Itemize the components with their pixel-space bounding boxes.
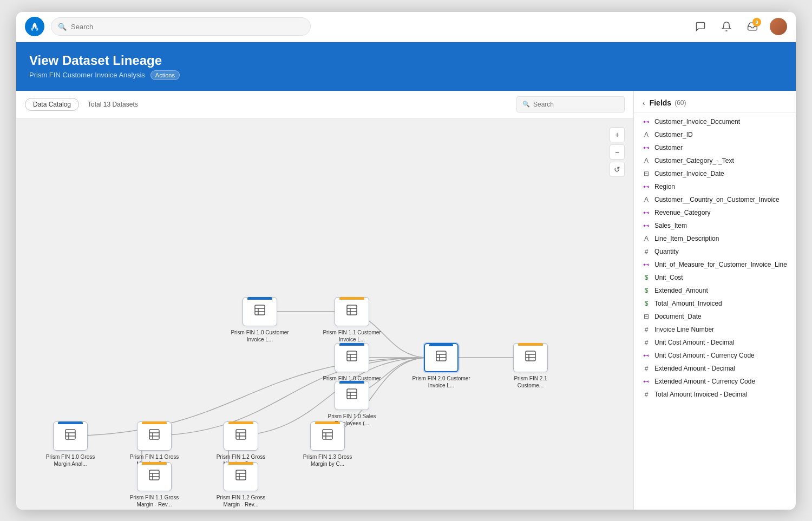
- canvas-search-bar[interactable]: 🔍: [516, 96, 625, 113]
- field-type-icon: ⊷: [643, 209, 650, 216]
- zoom-out-button[interactable]: −: [610, 144, 625, 160]
- zoom-reset-button[interactable]: ↺: [610, 162, 625, 177]
- page-header: View Dataset Lineage Prism FIN Customer …: [16, 42, 796, 91]
- node-label: Prism FIN 1.3 Gross Margin by C...: [298, 453, 357, 467]
- field-name: Customer: [654, 144, 683, 151]
- node-box[interactable]: [335, 297, 369, 326]
- node-dataset-icon: [345, 387, 358, 403]
- right-panel: ‹ Fields (60) ⊷ Customer_Invoice_Documen…: [633, 91, 796, 510]
- inbox-badge: 8: [752, 18, 761, 27]
- field-name: Document_Date: [654, 313, 702, 320]
- field-item[interactable]: ⊟ Document_Date: [634, 310, 796, 323]
- field-type-icon: A: [643, 196, 650, 203]
- dataset-node[interactable]: Prism FIN 1.1 Gross Margin - Rev...: [125, 462, 184, 508]
- field-item[interactable]: ⊷ Customer_Invoice_Document: [634, 115, 796, 128]
- field-type-icon: #: [643, 391, 650, 398]
- node-box[interactable]: [335, 381, 369, 410]
- field-item[interactable]: $ Total_Amount_Invoiced: [634, 297, 796, 310]
- field-item[interactable]: ⊷ Region: [634, 180, 796, 193]
- dataset-node[interactable]: Prism FIN 1.0 Sales Employees (...: [322, 381, 382, 427]
- field-item[interactable]: # Total Amount Invoiced - Decimal: [634, 388, 796, 401]
- chat-button[interactable]: [692, 18, 709, 35]
- global-search-bar[interactable]: 🔍: [51, 17, 311, 36]
- node-box[interactable]: [424, 343, 459, 372]
- canvas-body[interactable]: Prism FIN 1.0 Customer Invoice L... Pris…: [16, 118, 633, 510]
- field-item[interactable]: A Line_Item_Description: [634, 232, 796, 245]
- field-name: Invoice Line Number: [654, 326, 714, 333]
- notifications-button[interactable]: [718, 18, 735, 35]
- field-type-icon: $: [643, 300, 650, 307]
- field-item[interactable]: A Customer_ID: [634, 128, 796, 141]
- fields-title: Fields: [650, 98, 671, 107]
- node-dataset-icon: [345, 349, 358, 365]
- zoom-in-button[interactable]: +: [610, 127, 625, 142]
- field-item[interactable]: ⊷ Unit Cost Amount - Currency Code: [634, 349, 796, 362]
- data-catalog-button[interactable]: Data Catalog: [25, 98, 79, 111]
- field-item[interactable]: ⊷ Customer: [634, 141, 796, 154]
- field-type-icon: ⊷: [643, 222, 650, 229]
- field-type-icon: #: [643, 326, 650, 333]
- node-box[interactable]: [137, 421, 172, 451]
- node-bar: [58, 421, 83, 424]
- svg-rect-24: [66, 430, 75, 439]
- field-item[interactable]: ⊷ Extended Amount - Currency Code: [634, 375, 796, 388]
- field-item[interactable]: ⊟ Customer_Invoice_Date: [634, 167, 796, 180]
- field-item[interactable]: A Customer__Country_on_Customer_Invoice: [634, 193, 796, 206]
- dataset-node[interactable]: Prism FIN 1.0 Gross Margin Anal...: [41, 421, 100, 467]
- top-nav: 🔍 8: [16, 12, 796, 42]
- field-name: Customer_Category_-_Text: [654, 157, 734, 164]
- field-type-icon: ⊷: [643, 352, 650, 359]
- node-dataset-icon: [524, 349, 537, 365]
- main-content: Data Catalog Total 13 Datasets 🔍: [16, 91, 796, 510]
- node-bar: [339, 297, 364, 300]
- field-type-icon: ⊷: [643, 261, 650, 268]
- dataset-node[interactable]: Prism FIN 1.3 Gross Margin by C...: [298, 421, 357, 467]
- node-box[interactable]: [335, 343, 369, 372]
- field-item[interactable]: ⊷ Unit_of_Measure_for_Customer_Invoice_L…: [634, 258, 796, 271]
- dataset-node[interactable]: Prism FIN 2.1 Custome...: [501, 343, 560, 389]
- dataset-node[interactable]: Prism FIN 1.1 Customer Invoice L...: [322, 297, 382, 343]
- field-type-icon: #: [643, 248, 650, 255]
- field-item[interactable]: # Extended Amount - Decimal: [634, 362, 796, 375]
- node-box[interactable]: [224, 462, 258, 491]
- field-item[interactable]: A Customer_Category_-_Text: [634, 154, 796, 167]
- field-name: Unit_Cost: [654, 274, 683, 281]
- fields-list: ⊷ Customer_Invoice_Document A Customer_I…: [634, 113, 796, 510]
- canvas-toolbar: Data Catalog Total 13 Datasets 🔍: [16, 91, 633, 118]
- field-type-icon: ⊷: [643, 144, 650, 151]
- canvas-search-input[interactable]: [533, 101, 619, 108]
- field-item[interactable]: # Invoice Line Number: [634, 323, 796, 336]
- node-box[interactable]: [310, 421, 345, 451]
- field-name: Region: [654, 183, 675, 190]
- field-name: Quantity: [654, 248, 679, 255]
- node-dataset-icon: [234, 469, 247, 484]
- user-avatar[interactable]: [770, 18, 787, 35]
- field-name: Customer_Invoice_Date: [654, 170, 724, 177]
- node-box[interactable]: [224, 421, 258, 451]
- dataset-node[interactable]: Prism FIN 1.0 Customer Invoice L...: [230, 297, 290, 343]
- node-box[interactable]: [137, 462, 172, 491]
- dataset-node[interactable]: Prism FIN 1.1 Gross Margin - Cos...: [125, 421, 184, 467]
- node-box[interactable]: [513, 343, 548, 372]
- field-name: Customer__Country_on_Customer_Invoice: [654, 196, 780, 203]
- field-item[interactable]: $ Unit_Cost: [634, 271, 796, 284]
- canvas-search-icon: 🔍: [522, 101, 530, 108]
- dataset-node[interactable]: Prism FIN 2.0 Customer Invoice L...: [411, 343, 471, 389]
- global-search-input[interactable]: [71, 23, 304, 31]
- field-item[interactable]: $ Extended_Amount: [634, 284, 796, 297]
- svg-rect-28: [149, 430, 159, 439]
- dataset-node[interactable]: Prism FIN 1.2 Gross Margin - Cos...: [211, 421, 271, 467]
- field-item[interactable]: # Unit Cost Amount - Decimal: [634, 336, 796, 349]
- chevron-icon[interactable]: ‹: [643, 98, 645, 107]
- inbox-button[interactable]: 8: [744, 18, 761, 35]
- actions-button[interactable]: Actions: [150, 70, 180, 80]
- workday-logo: [25, 17, 44, 36]
- node-box[interactable]: [53, 421, 88, 451]
- node-bar: [429, 344, 453, 346]
- field-item[interactable]: # Quantity: [634, 245, 796, 258]
- field-type-icon: ⊷: [643, 378, 650, 385]
- field-item[interactable]: ⊷ Revenue_Category: [634, 206, 796, 219]
- node-box[interactable]: [243, 297, 277, 326]
- dataset-node[interactable]: Prism FIN 1.2 Gross Margin - Rev...: [211, 462, 271, 508]
- field-item[interactable]: ⊷ Sales_Item: [634, 219, 796, 232]
